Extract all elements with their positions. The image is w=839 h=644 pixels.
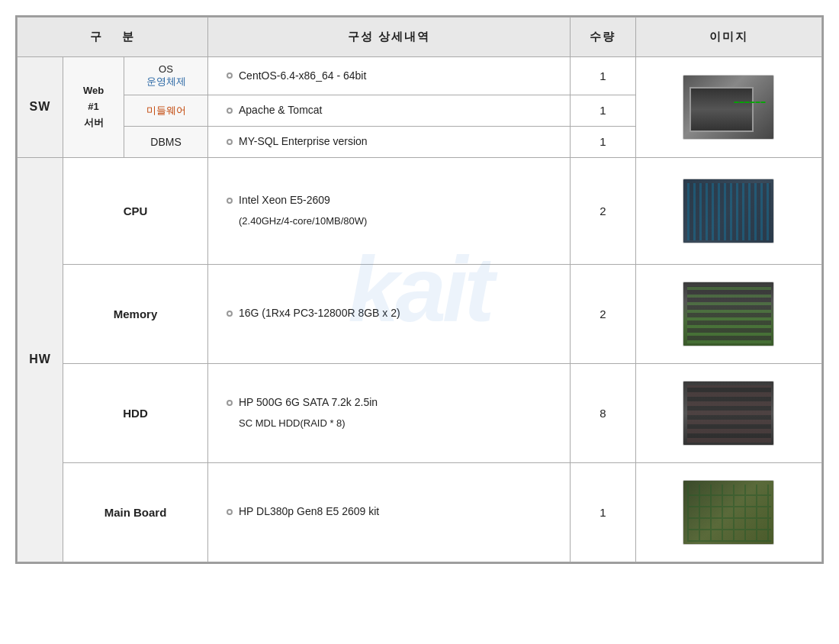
header-qty: 수량 (570, 18, 635, 57)
table-row-os: SW Web #1 서버 OS 운영체제 CentOS-6.4-x86_64 -… (18, 57, 822, 95)
table-row-hdd: HDD HP 500G 6G SATA 7.2k 2.5in SC MDL HD… (18, 363, 822, 462)
cpu-detail-cell: Intel Xeon E5-2609 (2.40GHz/4-core/10MB/… (208, 157, 571, 264)
memory-qty-cell: 2 (570, 264, 635, 363)
hdd-image-cell (635, 363, 821, 462)
cpu-image-cell (635, 157, 821, 264)
os-qty-cell: 1 (570, 57, 635, 95)
mainboard-image-cell (635, 462, 821, 562)
hdd-qty-cell: 8 (570, 363, 635, 462)
mw-label-cell: 미들웨어 (124, 95, 208, 127)
table-row-memory: Memory 16G (1Rx4 PC3-12800R 8GB x 2) 2 (18, 264, 822, 363)
header-category: 구 분 (18, 18, 208, 57)
memory-label-cell: Memory (63, 264, 208, 363)
dbms-bullet-icon (227, 139, 233, 145)
mw-sublabel: 미들웨어 (129, 104, 203, 118)
header-detail: 구성 상세내역 (208, 18, 571, 57)
cpu-image (683, 179, 774, 243)
spec-table: 구 분 구성 상세내역 수량 이미지 SW Web #1 서버 OS 운영체제 (17, 17, 822, 562)
memory-detail-cell: 16G (1Rx4 PC3-12800R 8GB x 2) (208, 264, 571, 363)
memory-image-cell (635, 264, 821, 363)
mainboard-detail-cell: HP DL380p Gen8 E5 2609 kit (208, 462, 571, 562)
cpu-label-cell: CPU (63, 157, 208, 264)
mainboard-qty-cell: 1 (570, 462, 635, 562)
server-image (683, 75, 774, 140)
hw-category-cell: HW (18, 157, 63, 562)
cpu-bullet-icon (227, 198, 233, 204)
mw-detail-cell: Apache & Tomcat (208, 95, 571, 127)
mainboard-label-cell: Main Board (63, 462, 208, 562)
mainboard-image (683, 480, 774, 545)
table-row-cpu: HW CPU Intel Xeon E5-2609 (2.40GHz/4-cor… (18, 157, 822, 264)
cpu-qty-cell: 2 (570, 157, 635, 264)
mainboard-bullet-icon (227, 509, 233, 515)
mw-detail-text: Apache & Tomcat (239, 101, 322, 120)
mw-bullet-icon (227, 108, 233, 114)
os-bullet-icon (227, 72, 233, 79)
hdd-label-cell: HDD (63, 363, 208, 462)
table-row-mainboard: Main Board HP DL380p Gen8 E5 2609 kit 1 (18, 462, 822, 562)
mainboard-detail-text: HP DL380p Gen8 E5 2609 kit (239, 503, 379, 521)
os-detail-text: CentOS-6.4-x86_64 - 64bit (239, 67, 366, 85)
hdd-detail-cell: HP 500G 6G SATA 7.2k 2.5in SC MDL HDD(RA… (208, 363, 571, 462)
sw-category-cell: SW (18, 57, 63, 158)
spec-table-wrapper: kait 구 분 구성 상세내역 수량 이미지 SW Web #1 서버 OS … (15, 15, 824, 564)
hdd-detail-text1: HP 500G 6G SATA 7.2k 2.5in (239, 394, 378, 412)
hdd-detail-text2: SC MDL HDD(RAID * 8) (227, 415, 565, 432)
dbms-qty-cell: 1 (570, 126, 635, 157)
dbms-detail-cell: MY-SQL Enterprise version (208, 126, 571, 157)
memory-image (683, 282, 774, 346)
dbms-detail-text: MY-SQL Enterprise version (239, 133, 368, 151)
header-image: 이미지 (635, 18, 821, 57)
hdd-image (683, 381, 774, 446)
os-label-cell: OS 운영체제 (124, 57, 208, 95)
memory-bullet-icon (227, 311, 233, 317)
memory-detail-text: 16G (1Rx4 PC3-12800R 8GB x 2) (239, 304, 400, 323)
os-sublabel: 운영체제 (129, 75, 203, 89)
web-server-cell: Web #1 서버 (63, 57, 124, 158)
cpu-detail-text2: (2.40GHz/4-core/10MB/80W) (227, 213, 565, 230)
dbms-label-cell: DBMS (124, 126, 208, 157)
sw-image-cell (635, 57, 821, 158)
mw-qty-cell: 1 (570, 95, 635, 127)
hdd-bullet-icon (227, 400, 233, 406)
os-detail-cell: CentOS-6.4-x86_64 - 64bit (208, 57, 571, 95)
cpu-detail-text1: Intel Xeon E5-2609 (239, 192, 330, 210)
